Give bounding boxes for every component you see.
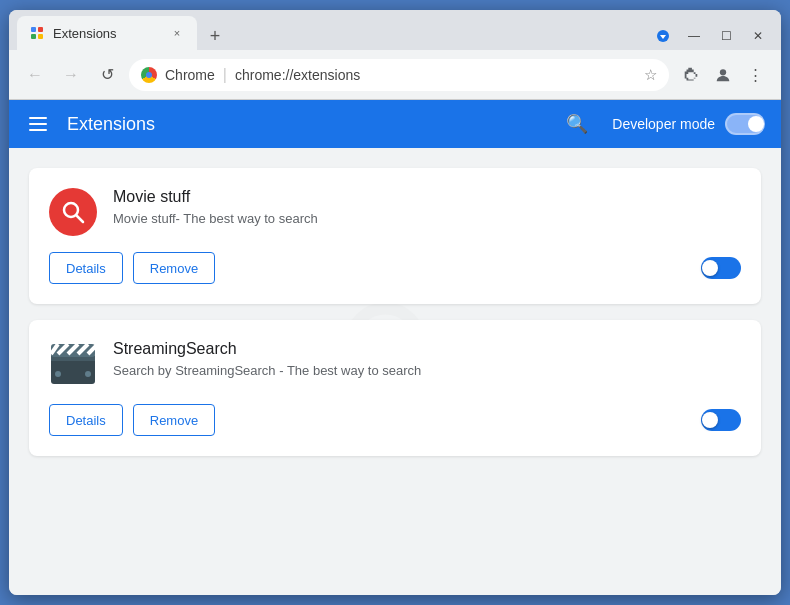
movie-stuff-icon: [49, 188, 97, 236]
url-bar[interactable]: Chrome | chrome://extensions ☆: [129, 59, 669, 91]
back-button[interactable]: ←: [21, 61, 49, 89]
close-button[interactable]: ✕: [743, 22, 773, 50]
extensions-page-title: Extensions: [67, 114, 550, 135]
browser-window: Extensions × + — ☐ ✕ ← → ↺: [9, 10, 781, 595]
streaming-search-info: StreamingSearch Search by StreamingSearc…: [113, 340, 741, 380]
new-tab-button[interactable]: +: [201, 22, 229, 50]
search-extensions-button[interactable]: 🔍: [566, 113, 588, 135]
streaming-search-toggle[interactable]: [701, 409, 741, 431]
forward-button[interactable]: →: [57, 61, 85, 89]
card-top-movie-stuff: Movie stuff Movie stuff- The best way to…: [49, 188, 741, 236]
svg-rect-3: [38, 34, 43, 39]
streaming-search-details-button[interactable]: Details: [49, 404, 123, 436]
extensions-content: rish.com Movie stuff Movie stuff- The b: [9, 148, 781, 595]
card-bottom-streaming: Details Remove: [49, 404, 741, 436]
url-divider: |: [223, 66, 227, 84]
chrome-menu-button[interactable]: ⋮: [741, 61, 769, 89]
svg-rect-0: [31, 27, 36, 32]
svg-point-22: [85, 371, 91, 377]
tab-bar: Extensions × + — ☐ ✕: [17, 10, 773, 50]
svg-point-6: [720, 69, 726, 75]
card-bottom-movie-stuff: Details Remove: [49, 252, 741, 284]
profile-dropdown-btn[interactable]: [649, 22, 677, 50]
url-right-icons: ☆: [644, 66, 657, 84]
hamburger-menu-button[interactable]: [25, 113, 51, 135]
tab-close-button[interactable]: ×: [169, 25, 185, 41]
card-top-streaming: StreamingSearch Search by StreamingSearc…: [49, 340, 741, 388]
extension-card-movie-stuff: Movie stuff Movie stuff- The best way to…: [29, 168, 761, 304]
tab-label: Extensions: [53, 26, 117, 41]
toggle-knob: [748, 116, 764, 132]
title-bar: Extensions × + — ☐ ✕: [9, 10, 781, 50]
streaming-search-name: StreamingSearch: [113, 340, 741, 358]
movie-stuff-remove-button[interactable]: Remove: [133, 252, 215, 284]
active-tab[interactable]: Extensions ×: [17, 16, 197, 50]
url-path: chrome://extensions: [235, 67, 360, 83]
address-bar-icons: ⋮: [677, 61, 769, 89]
svg-rect-1: [38, 27, 43, 32]
developer-mode-toggle[interactable]: [725, 113, 765, 135]
extensions-button[interactable]: [677, 61, 705, 89]
movie-stuff-description: Movie stuff- The best way to search: [113, 210, 741, 228]
svg-line-12: [77, 216, 84, 223]
refresh-button[interactable]: ↺: [93, 61, 121, 89]
developer-mode-section: Developer mode: [612, 113, 765, 135]
movie-stuff-info: Movie stuff Movie stuff- The best way to…: [113, 188, 741, 228]
minimize-button[interactable]: —: [679, 22, 709, 50]
streaming-search-icon: [49, 340, 97, 388]
maximize-button[interactable]: ☐: [711, 22, 741, 50]
movie-stuff-name: Movie stuff: [113, 188, 741, 206]
url-site-name: Chrome: [165, 67, 215, 83]
extensions-header: Extensions 🔍 Developer mode: [9, 100, 781, 148]
address-bar: ← → ↺ Chrome | chrome://extensions ☆: [9, 50, 781, 100]
tab-favicon: [29, 25, 45, 41]
profile-button[interactable]: [709, 61, 737, 89]
svg-point-21: [55, 371, 61, 377]
url-favicon: [141, 67, 157, 83]
title-bar-controls: — ☐ ✕: [649, 22, 773, 50]
movie-stuff-details-button[interactable]: Details: [49, 252, 123, 284]
extension-card-streaming-search: StreamingSearch Search by StreamingSearc…: [29, 320, 761, 456]
streaming-search-remove-button[interactable]: Remove: [133, 404, 215, 436]
svg-rect-2: [31, 34, 36, 39]
movie-stuff-toggle[interactable]: [701, 257, 741, 279]
bookmark-icon[interactable]: ☆: [644, 66, 657, 84]
developer-mode-label: Developer mode: [612, 116, 715, 132]
streaming-search-description: Search by StreamingSearch - The best way…: [113, 362, 741, 380]
